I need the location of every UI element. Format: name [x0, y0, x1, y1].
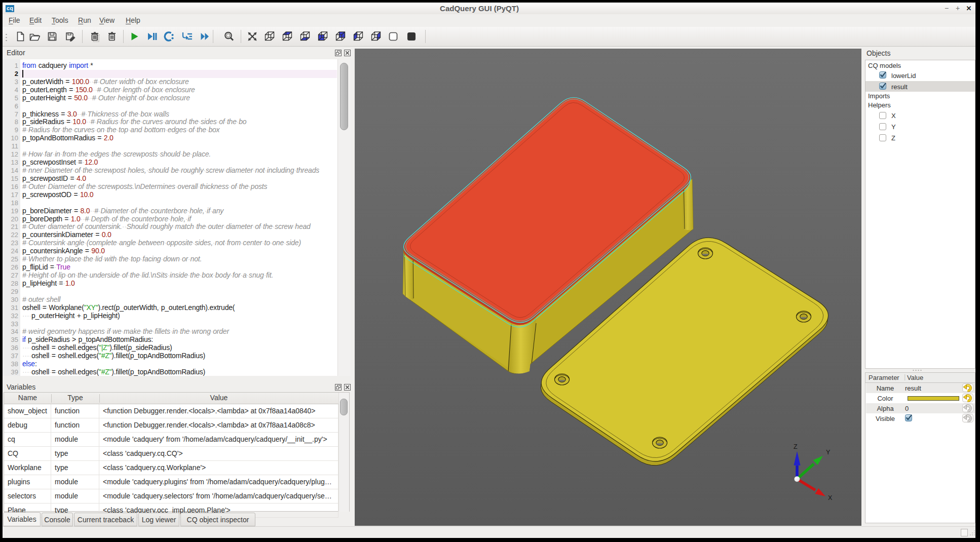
svg-text:Z: Z: [794, 443, 798, 450]
svg-text:X: X: [828, 494, 833, 501]
svg-text:Y: Y: [826, 449, 831, 456]
